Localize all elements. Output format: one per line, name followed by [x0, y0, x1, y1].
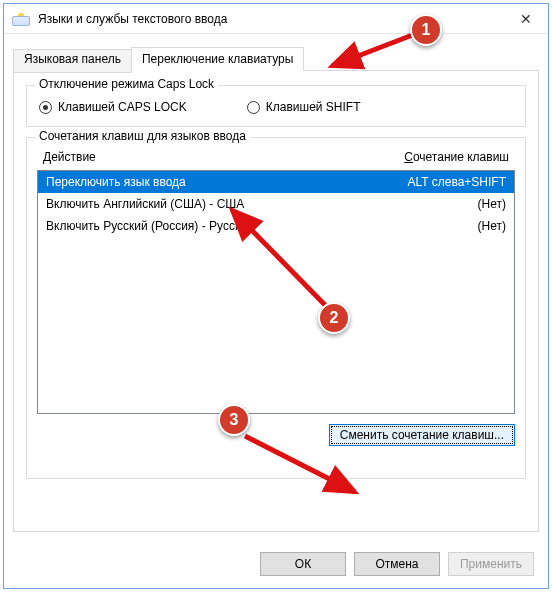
button-label: Отмена — [375, 557, 418, 571]
capslock-legend: Отключение режима Caps Lock — [35, 77, 218, 91]
row-combo: (Нет) — [478, 195, 506, 213]
col-action: Действие — [43, 150, 404, 164]
row-combo: ALT слева+SHIFT — [408, 173, 507, 191]
change-hotkey-button[interactable]: Сменить сочетание клавиш... — [329, 424, 515, 446]
list-row-enable-en[interactable]: Включить Английский (США) - США (Нет) — [38, 193, 514, 215]
titlebar: Языки и службы текстового ввода ✕ — [4, 4, 548, 34]
dialog-buttons: ОК Отмена Применить — [260, 552, 534, 576]
annotation-badge-1: 1 — [410, 14, 442, 46]
list-row-enable-ru[interactable]: Включить Русский (Россия) - Русская (Нет… — [38, 215, 514, 237]
row-action: Включить Английский (США) - США — [46, 195, 478, 213]
row-action: Переключить язык ввода — [46, 173, 408, 191]
list-header: Действие Сочетание клавиш — [37, 146, 515, 170]
radio-label: Клавишей SHIFT — [266, 100, 361, 114]
hotkeys-groupbox: Сочетания клавиш для языков ввода Действ… — [26, 137, 526, 479]
client-area: Языковая панель Переключение клавиатуры … — [13, 47, 539, 538]
tab-panel: Отключение режима Caps Lock Клавишей CAP… — [13, 70, 539, 532]
button-label: ОК — [295, 557, 311, 571]
dialog-window: Языки и службы текстового ввода ✕ Языков… — [3, 3, 549, 589]
tab-language-bar[interactable]: Языковая панель — [13, 49, 132, 73]
tab-label: Языковая панель — [24, 52, 121, 66]
annotation-badge-2: 2 — [318, 302, 350, 334]
tab-keyboard-switching[interactable]: Переключение клавиатуры — [131, 47, 304, 71]
radio-icon — [39, 101, 52, 114]
hotkeys-listbox[interactable]: Переключить язык ввода ALT слева+SHIFT В… — [37, 170, 515, 414]
change-button-row: Сменить сочетание клавиш... — [37, 424, 515, 446]
radio-label: Клавишей CAPS LOCK — [58, 100, 187, 114]
cancel-button[interactable]: Отмена — [354, 552, 440, 576]
button-label: Применить — [460, 557, 522, 571]
col-combo: Сочетание клавиш — [404, 150, 513, 164]
row-action: Включить Русский (Россия) - Русская — [46, 217, 478, 235]
hotkeys-legend: Сочетания клавиш для языков ввода — [35, 129, 250, 143]
button-label: Сменить сочетание клавиш... — [340, 428, 504, 442]
capslock-groupbox: Отключение режима Caps Lock Клавишей CAP… — [26, 85, 526, 127]
list-row-switch-language[interactable]: Переключить язык ввода ALT слева+SHIFT — [38, 171, 514, 193]
ok-button[interactable]: ОК — [260, 552, 346, 576]
capslock-radios: Клавишей CAPS LOCK Клавишей SHIFT — [39, 96, 513, 114]
annotation-badge-3: 3 — [218, 404, 250, 436]
tab-label: Переключение клавиатуры — [142, 52, 293, 66]
close-icon: ✕ — [520, 11, 532, 27]
radio-shift-key[interactable]: Клавишей SHIFT — [247, 100, 361, 114]
radio-caps-lock-key[interactable]: Клавишей CAPS LOCK — [39, 100, 187, 114]
tab-strip: Языковая панель Переключение клавиатуры — [13, 47, 539, 71]
radio-icon — [247, 101, 260, 114]
apply-button: Применить — [448, 552, 534, 576]
keyboard-icon — [10, 8, 32, 30]
close-button[interactable]: ✕ — [503, 4, 548, 33]
row-combo: (Нет) — [478, 217, 506, 235]
